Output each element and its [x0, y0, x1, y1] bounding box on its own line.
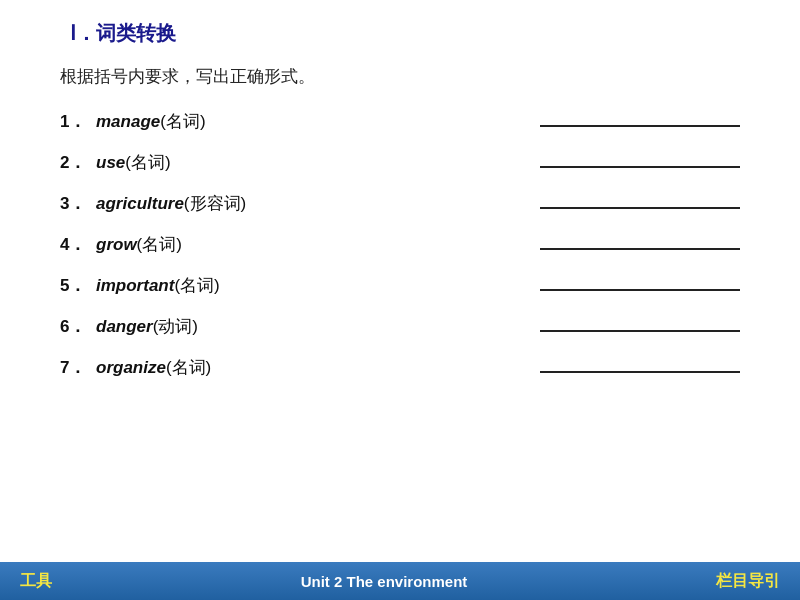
- question-hint-6: 动词: [158, 317, 192, 336]
- question-text-7: organize(名词): [96, 356, 480, 379]
- bottom-bar-left-label[interactable]: 工具: [20, 571, 52, 592]
- question-list: 1．manage(名词)2．use(名词)3．agriculture(形容词)4…: [60, 110, 740, 379]
- question-number-3: 3．: [60, 192, 96, 215]
- question-item-7: 7．organize(名词): [60, 356, 740, 379]
- answer-line-5[interactable]: [540, 287, 740, 291]
- answer-line-1[interactable]: [540, 123, 740, 127]
- bottom-bar-right-label[interactable]: 栏目导引: [716, 571, 780, 592]
- question-text-5: important(名词): [96, 274, 480, 297]
- question-item-1: 1．manage(名词): [60, 110, 740, 133]
- answer-line-3[interactable]: [540, 205, 740, 209]
- question-hint-7: 名词: [172, 358, 206, 377]
- answer-line-7[interactable]: [540, 369, 740, 373]
- question-text-3: agriculture(形容词): [96, 192, 480, 215]
- question-word-1: manage: [96, 112, 160, 131]
- question-text-4: grow(名词): [96, 233, 480, 256]
- question-number-1: 1．: [60, 110, 96, 133]
- question-number-7: 7．: [60, 356, 96, 379]
- question-number-4: 4．: [60, 233, 96, 256]
- section-title: Ⅰ．词类转换: [70, 20, 740, 47]
- question-item-5: 5．important(名词): [60, 274, 740, 297]
- instruction: 根据括号内要求，写出正确形式。: [60, 65, 740, 88]
- question-item-4: 4．grow(名词): [60, 233, 740, 256]
- question-number-5: 5．: [60, 274, 96, 297]
- question-word-5: important: [96, 276, 174, 295]
- main-content: Ⅰ．词类转换 根据括号内要求，写出正确形式。 1．manage(名词)2．use…: [0, 0, 800, 562]
- question-word-7: organize: [96, 358, 166, 377]
- question-number-6: 6．: [60, 315, 96, 338]
- question-hint-4: 名词: [142, 235, 176, 254]
- question-hint-5: 名词: [180, 276, 214, 295]
- question-word-6: danger: [96, 317, 153, 336]
- answer-line-6[interactable]: [540, 328, 740, 332]
- question-word-3: agriculture: [96, 194, 184, 213]
- question-word-4: grow: [96, 235, 137, 254]
- answer-line-4[interactable]: [540, 246, 740, 250]
- question-item-2: 2．use(名词): [60, 151, 740, 174]
- question-hint-3: 形容词: [190, 194, 241, 213]
- bottom-bar: 工具 Unit 2 The environment 栏目导引: [0, 562, 800, 600]
- question-text-6: danger(动词): [96, 315, 480, 338]
- question-item-6: 6．danger(动词): [60, 315, 740, 338]
- answer-line-2[interactable]: [540, 164, 740, 168]
- question-text-1: manage(名词): [96, 110, 480, 133]
- question-hint-2: 名词: [131, 153, 165, 172]
- question-number-2: 2．: [60, 151, 96, 174]
- question-hint-1: 名词: [166, 112, 200, 131]
- question-word-2: use: [96, 153, 125, 172]
- question-text-2: use(名词): [96, 151, 480, 174]
- bottom-bar-center-label: Unit 2 The environment: [52, 573, 716, 590]
- question-item-3: 3．agriculture(形容词): [60, 192, 740, 215]
